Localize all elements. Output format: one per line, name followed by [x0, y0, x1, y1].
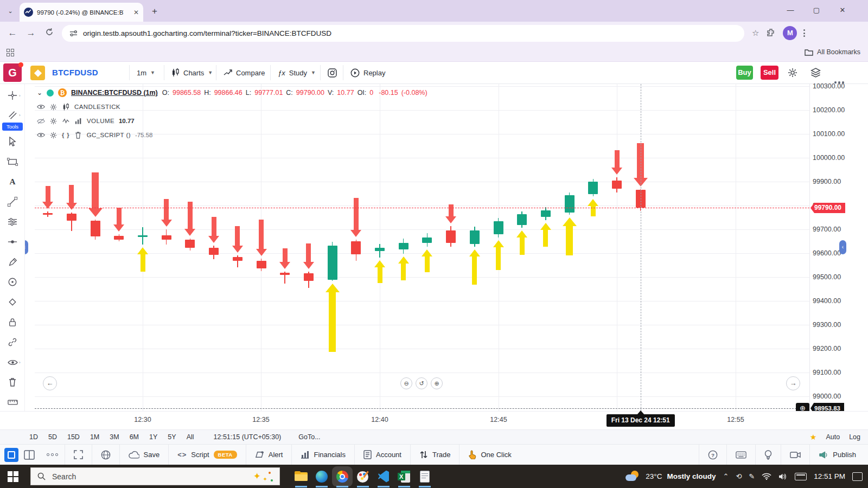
help-button[interactable]: ? — [699, 445, 726, 465]
range-button-5y[interactable]: 5Y — [168, 433, 176, 441]
volume-icon[interactable] — [778, 473, 788, 480]
weather-widget[interactable]: 23°C Mostly cloudy — [626, 471, 716, 483]
series-title[interactable]: BINANCE:BTCFDUSD (1m) — [71, 89, 158, 97]
chart-canvas[interactable]: ⊕ 99000.0099100.0099200.0099300.0099400.… — [0, 84, 868, 411]
fullscreen-button[interactable] — [65, 445, 92, 465]
pen-tray-icon[interactable]: ✎ — [749, 472, 755, 480]
log-scale-toggle[interactable]: Log — [849, 433, 860, 441]
pen-tool[interactable] — [2, 255, 23, 269]
vscode-icon[interactable] — [376, 470, 391, 484]
range-button-5d[interactable]: 5D — [48, 433, 57, 441]
range-button-15d[interactable]: 15D — [67, 433, 80, 441]
auto-scale-toggle[interactable]: Auto — [826, 433, 840, 441]
touch-keyboard-icon[interactable] — [795, 473, 807, 480]
time-axis[interactable]: 12:3012:3512:4012:4512:5012:55Fri 13 Dec… — [0, 411, 868, 429]
zoom-out-button[interactable]: ⊖ — [400, 377, 412, 389]
right-panel-handle[interactable]: ‹ — [839, 240, 846, 254]
indicator-tool[interactable] — [2, 215, 23, 229]
goto-button[interactable]: GoTo... — [298, 433, 320, 441]
replay-button[interactable]: Replay — [350, 62, 385, 84]
legend-collapse-icon[interactable]: ⌄ — [37, 89, 42, 97]
volume-settings-icon[interactable] — [49, 118, 58, 125]
wifi-icon[interactable] — [762, 473, 771, 480]
lock-tool[interactable] — [2, 315, 23, 329]
range-button-1y[interactable]: 1Y — [149, 433, 157, 441]
trade-button[interactable]: Trade — [411, 445, 459, 465]
interval-dropdown[interactable]: 1m▼ — [137, 62, 155, 84]
window-maximize-button[interactable]: ▢ — [804, 0, 829, 21]
sell-button[interactable]: Sell — [761, 66, 778, 80]
ideas-button[interactable] — [756, 445, 781, 465]
split-layout-button[interactable] — [18, 445, 40, 465]
script-button[interactable]: <> Script BETA — [169, 445, 246, 465]
compare-menu[interactable]: Compare — [224, 62, 265, 84]
extensions-icon[interactable] — [767, 28, 775, 38]
forward-button[interactable]: → — [22, 28, 40, 38]
file-explorer-icon[interactable] — [294, 470, 308, 484]
rotation-lock-icon[interactable]: ⟲ — [736, 472, 742, 480]
pan-left-button[interactable]: ← — [43, 376, 57, 390]
screenshot-button[interactable] — [328, 62, 337, 84]
settings-button[interactable] — [788, 62, 797, 84]
hotkeys-button[interactable] — [727, 445, 755, 465]
notepad-icon[interactable] — [418, 470, 432, 484]
reload-button[interactable] — [40, 28, 59, 39]
layouts-button[interactable] — [810, 62, 821, 84]
all-bookmarks-button[interactable]: All Bookmarks — [805, 48, 860, 56]
browser-menu-icon[interactable] — [803, 29, 805, 37]
favorite-star-icon[interactable]: ★ — [810, 433, 817, 441]
financials-button[interactable]: Financials — [292, 445, 354, 465]
charts-menu[interactable]: Charts▼ — [171, 62, 213, 84]
script-visibility-icon[interactable] — [37, 132, 45, 138]
alert-button[interactable]: Alert — [246, 445, 292, 465]
marker-tool[interactable] — [2, 235, 23, 249]
apps-grid-icon[interactable] — [7, 49, 14, 56]
site-settings-icon[interactable] — [69, 29, 78, 37]
cursor-tool[interactable] — [2, 134, 23, 149]
one-click-button[interactable]: One Click — [459, 445, 520, 465]
symbol-name[interactable]: BTCFDUSD — [52, 68, 98, 77]
visibility-off-icon[interactable] — [37, 118, 45, 125]
bookmark-star-icon[interactable]: ☆ — [752, 28, 759, 38]
stream-button[interactable] — [781, 445, 809, 465]
series-settings-icon[interactable] — [49, 104, 58, 111]
range-button-3m[interactable]: 3M — [110, 433, 119, 441]
save-button[interactable]: Save — [120, 445, 169, 465]
start-button[interactable] — [8, 471, 18, 482]
tab-close-icon[interactable]: ✕ — [133, 9, 139, 16]
zoom-reset-button[interactable]: ↺ — [416, 377, 427, 389]
pan-right-button[interactable]: → — [786, 376, 800, 390]
more-layouts-icon[interactable] — [40, 445, 65, 465]
shape-tool[interactable] — [2, 155, 23, 169]
excel-icon[interactable]: X — [397, 470, 411, 484]
active-layout-button[interactable] — [4, 448, 18, 462]
tray-expand-icon[interactable]: ⌃ — [723, 472, 729, 480]
globe-button[interactable] — [92, 445, 119, 465]
buy-button[interactable]: Buy — [736, 66, 753, 80]
notification-center-icon[interactable] — [852, 472, 863, 481]
delete-script-icon[interactable] — [74, 132, 82, 139]
line-tool[interactable] — [2, 195, 23, 209]
tab-search-caret[interactable]: ⌄ — [4, 5, 16, 17]
script-settings-icon[interactable] — [49, 132, 58, 139]
address-bar[interactable]: origin.testb.apsouth1.gocharting.com/ter… — [62, 25, 744, 42]
new-tab-button[interactable]: + — [152, 6, 157, 17]
diamond-tool[interactable] — [2, 295, 23, 309]
chrome-icon[interactable] — [335, 470, 349, 484]
link-tool[interactable] — [2, 335, 23, 349]
taskbar-search[interactable]: Search ✦ ✦ — [30, 467, 280, 485]
range-button-1d[interactable]: 1D — [29, 433, 38, 441]
study-menu[interactable]: ƒx Study▼ — [278, 62, 316, 84]
range-button-6m[interactable]: 6M — [130, 433, 139, 441]
window-close-button[interactable]: ✕ — [830, 0, 855, 21]
text-tool[interactable]: A — [2, 175, 23, 189]
visibility-icon[interactable] — [37, 104, 45, 110]
range-button-all[interactable]: All — [187, 433, 194, 441]
window-minimize-button[interactable]: — — [778, 0, 803, 21]
measure-tool[interactable] — [2, 395, 23, 409]
edge-icon[interactable] — [315, 470, 329, 484]
zoom-in-button[interactable]: ⊕ — [431, 377, 443, 389]
browser-tab[interactable]: 99790 (-0.24%) @ BINANCE:BTC ✕ — [20, 3, 143, 22]
profile-avatar[interactable]: M — [783, 26, 797, 40]
delete-tool[interactable] — [2, 375, 23, 389]
